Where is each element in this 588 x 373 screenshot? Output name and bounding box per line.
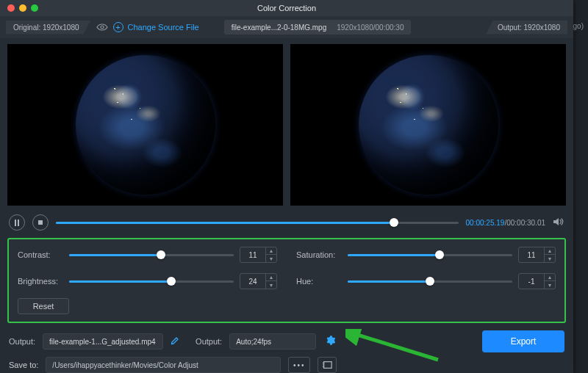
timeline-thumb[interactable] [390,218,398,227]
hue-control: Hue: ▲▼ [296,273,556,289]
export-button[interactable]: Export [482,330,564,352]
output-filename: file-example-1...G_adjusted.mp4 [49,338,156,346]
saturation-stepper[interactable]: ▲▼ [518,247,556,263]
output-badge: Output: 1920x1080 [486,21,567,35]
source-file-pill: file-example...2-0-18MG.mpg 1920x1080/00… [224,20,412,35]
slider-thumb[interactable] [157,250,165,259]
eye-icon[interactable] [96,22,109,33]
saturation-input[interactable] [519,247,544,262]
chevron-up-icon[interactable]: ▲ [545,274,555,281]
output-label: Output: [9,337,35,346]
change-source-button[interactable]: + Change Source File [113,22,199,32]
slider-thumb[interactable] [426,277,434,286]
saturation-control: Saturation: ▲▼ [296,247,556,263]
hue-label: Hue: [296,277,342,286]
chevron-down-icon[interactable]: ▼ [266,281,276,289]
chevron-down-icon[interactable]: ▼ [545,255,555,262]
chevron-down-icon[interactable]: ▼ [266,255,276,262]
slider-thumb[interactable] [435,250,444,259]
hue-input[interactable] [519,274,544,289]
output-mode-label: Output: [196,337,222,346]
adjustments-panel: Contrast: ▲▼ Saturation: ▲▼ Brightness: … [7,238,566,323]
globe-image [76,55,215,195]
brightness-input[interactable] [240,274,265,289]
color-correction-window: Color Correction Original: 1920x1080 + C… [0,0,573,373]
chevron-up-icon[interactable]: ▲ [545,247,555,255]
output-mode: Auto;24fps [236,338,271,346]
settings-gear-icon[interactable] [325,335,336,348]
save-row: Save to: /Users/ihappyacethinker/Movies/… [0,355,573,373]
source-file-meta: 1920x1080/00:00:30 [337,23,404,32]
playback-bar: 00:00:25.19/00:00:30.01 [0,210,573,238]
svg-rect-1 [15,220,16,226]
plus-icon: + [113,22,123,32]
contrast-label: Contrast: [18,250,63,259]
preview-adjusted [290,44,566,206]
save-path: /Users/ihappyacethinker/Movies/Color Adj… [52,361,198,369]
browse-path-button[interactable]: ••• [288,357,310,373]
contrast-control: Contrast: ▲▼ [18,247,277,263]
pause-button[interactable] [9,214,25,231]
volume-icon[interactable] [553,217,564,229]
slider-thumb[interactable] [167,277,176,286]
svg-point-0 [101,26,104,29]
brightness-control: Brightness: ▲▼ [18,273,277,289]
output-mode-field[interactable]: Auto;24fps [229,333,316,350]
output-filename-field[interactable]: file-example-1...G_adjusted.mp4 [43,333,163,350]
preview-original [7,44,283,206]
info-bar: Original: 1920x1080 + Change Source File… [0,16,573,38]
brightness-stepper[interactable]: ▲▼ [240,273,277,289]
preview-area [0,38,573,210]
window-title: Color Correction [0,4,573,12]
globe-image [359,55,498,195]
original-badge: Original: 1920x1080 [6,21,91,35]
contrast-stepper[interactable]: ▲▼ [240,247,277,263]
saturation-label: Saturation: [296,250,342,259]
chevron-up-icon[interactable]: ▲ [266,274,276,281]
svg-rect-2 [18,220,19,226]
titlebar: Color Correction [0,0,573,16]
change-source-label: Change Source File [128,23,199,32]
svg-rect-4 [324,362,332,369]
save-to-label: Save to: [9,361,38,369]
chevron-up-icon[interactable]: ▲ [266,247,276,255]
edit-filename-icon[interactable] [171,336,179,347]
open-folder-button[interactable] [318,357,337,373]
contrast-slider[interactable] [69,250,234,260]
reset-button[interactable]: Reset [18,298,69,314]
svg-rect-3 [38,220,43,225]
saturation-slider[interactable] [348,250,512,260]
output-row: Output: file-example-1...G_adjusted.mp4 … [0,323,573,355]
hue-slider[interactable] [348,276,512,286]
source-file-name: file-example...2-0-18MG.mpg [232,23,327,32]
time-display: 00:00:25.19/00:00:30.01 [466,219,545,227]
hue-stepper[interactable]: ▲▼ [518,273,556,289]
brightness-label: Brightness: [18,277,63,286]
contrast-input[interactable] [240,247,265,262]
chevron-down-icon[interactable]: ▼ [545,281,555,289]
time-total: 00:00:30.01 [506,219,545,227]
stop-button[interactable] [32,214,49,231]
time-current: 00:00:25.19 [466,219,505,227]
brightness-slider[interactable] [69,276,234,286]
save-path-field[interactable]: /Users/ihappyacethinker/Movies/Color Adj… [46,357,281,373]
timeline-slider[interactable] [56,217,459,228]
